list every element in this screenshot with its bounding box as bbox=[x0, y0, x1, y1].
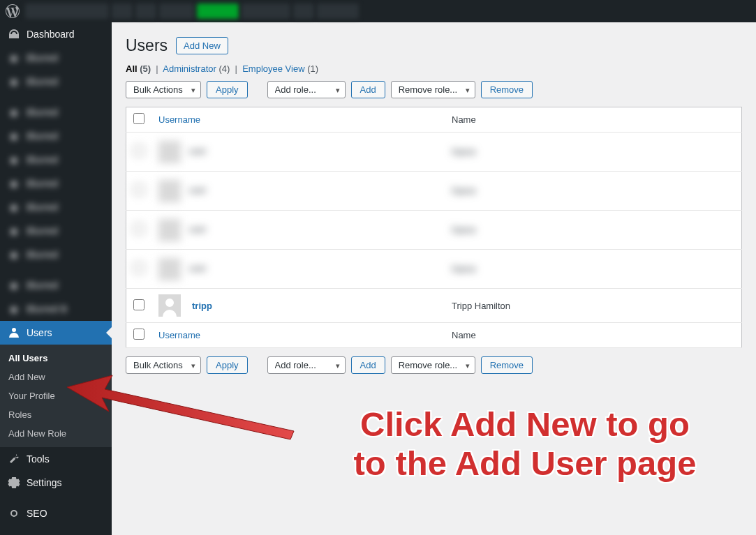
avatar bbox=[158, 294, 181, 317]
main-content: Users Add New All (5) | Administrator (4… bbox=[112, 22, 756, 535]
sidebar-item-blurred[interactable]: ◼Blurred bbox=[0, 70, 112, 93]
sidebar-item-blurred[interactable]: ◼Blurred bbox=[0, 172, 112, 195]
bulk-actions-select-bottom[interactable]: Bulk Actions bbox=[126, 356, 201, 374]
admin-bar bbox=[0, 0, 756, 22]
sidebar-item-blurred[interactable]: ◼Blurred bbox=[0, 46, 112, 70]
sidebar-item-blurred[interactable]: ◼Blurred bbox=[0, 273, 112, 297]
settings-icon bbox=[7, 476, 21, 490]
filter-administrator[interactable]: Administrator (4) bbox=[163, 63, 230, 74]
select-all-checkbox[interactable] bbox=[133, 113, 144, 124]
sidebar-item-settings[interactable]: Settings bbox=[0, 471, 112, 495]
wordpress-logo-icon[interactable] bbox=[6, 4, 20, 18]
role-filter-links: All (5) | Administrator (4) | Employee V… bbox=[126, 63, 742, 74]
seo-icon bbox=[7, 506, 21, 520]
row-checkbox[interactable] bbox=[133, 299, 144, 310]
select-all-checkbox-footer[interactable] bbox=[133, 329, 144, 340]
username-link[interactable]: tripp bbox=[192, 301, 212, 311]
add-role-button[interactable]: Add bbox=[351, 81, 385, 98]
tablenav-top: Bulk Actions Apply Add role... Add Remov… bbox=[126, 81, 742, 98]
sidebar-item-label: Users bbox=[27, 327, 52, 338]
dashboard-icon bbox=[7, 27, 21, 41]
remove-role-select[interactable]: Remove role... bbox=[391, 81, 475, 98]
sidebar-item-blurred[interactable]: ◼Blurred bbox=[0, 195, 112, 219]
name-cell: Tripp Hamilton bbox=[445, 289, 742, 323]
sidebar-item-label: Dashboard bbox=[27, 29, 75, 40]
add-role-select-bottom[interactable]: Add role... bbox=[267, 356, 346, 374]
sidebar-item-users[interactable]: Users bbox=[0, 321, 112, 345]
table-row-blurred: userName bbox=[126, 250, 742, 289]
admin-bar-items-blurred bbox=[25, 3, 359, 19]
remove-role-button[interactable]: Remove bbox=[481, 81, 533, 98]
name-column-header: Name bbox=[445, 107, 742, 133]
submenu-add-new[interactable]: Add New bbox=[0, 368, 112, 386]
apply-button[interactable]: Apply bbox=[207, 81, 248, 98]
sidebar-item-blurred[interactable]: ◼Blurred bbox=[0, 219, 112, 243]
bulk-actions-select[interactable]: Bulk Actions bbox=[126, 81, 201, 98]
username-column-footer[interactable]: Username bbox=[158, 330, 200, 340]
add-new-button[interactable]: Add New bbox=[176, 37, 228, 54]
sidebar-item-blurred[interactable]: ◼Blurred bbox=[0, 148, 112, 172]
username-column-header[interactable]: Username bbox=[158, 114, 200, 125]
sidebar-item-seo[interactable]: SEO bbox=[0, 502, 112, 525]
sidebar-item-tools[interactable]: Tools bbox=[0, 447, 112, 471]
add-role-select[interactable]: Add role... bbox=[267, 81, 346, 98]
remove-role-select-bottom[interactable]: Remove role... bbox=[391, 356, 475, 374]
filter-employee-view[interactable]: Employee View (1) bbox=[242, 63, 318, 74]
tablenav-bottom: Bulk Actions Apply Add role... Add Remov… bbox=[126, 356, 742, 374]
name-column-footer: Name bbox=[445, 323, 742, 348]
page-title: Users bbox=[126, 36, 168, 55]
sidebar-item-blurred[interactable]: ◼Blurred bbox=[0, 243, 112, 266]
sidebar-item-label: Tools bbox=[27, 453, 50, 465]
apply-button-bottom[interactable]: Apply bbox=[207, 356, 248, 374]
submenu-all-users[interactable]: All Users bbox=[0, 349, 112, 368]
add-role-button-bottom[interactable]: Add bbox=[351, 356, 385, 374]
svg-point-2 bbox=[165, 299, 174, 307]
sidebar-item-blurred[interactable]: ◼Blurred B bbox=[0, 297, 112, 321]
svg-point-0 bbox=[11, 511, 17, 516]
filter-all[interactable]: All (5) bbox=[126, 63, 151, 74]
sidebar-item-blurred[interactable]: ◼Blurred bbox=[0, 100, 112, 124]
table-row: tripp Tripp Hamilton bbox=[126, 289, 742, 323]
table-row-blurred: userName bbox=[126, 133, 742, 172]
remove-role-button-bottom[interactable]: Remove bbox=[481, 356, 533, 374]
submenu-roles[interactable]: Roles bbox=[0, 405, 112, 424]
tools-icon bbox=[7, 452, 21, 466]
submenu-add-new-role[interactable]: Add New Role bbox=[0, 424, 112, 443]
sidebar-item-dashboard[interactable]: Dashboard bbox=[0, 22, 112, 46]
table-row-blurred: userName bbox=[126, 172, 742, 211]
select-all-header bbox=[126, 107, 152, 133]
admin-sidebar: Dashboard ◼Blurred ◼Blurred ◼Blurred ◼Bl… bbox=[0, 22, 112, 535]
submenu-your-profile[interactable]: Your Profile bbox=[0, 386, 112, 405]
sidebar-item-label: SEO bbox=[27, 508, 47, 519]
sidebar-item-label: Settings bbox=[27, 477, 62, 488]
users-table: Username Name userName userName userName… bbox=[126, 107, 742, 348]
sidebar-item-blurred[interactable]: ◼Blurred bbox=[0, 124, 112, 148]
table-row-blurred: userName bbox=[126, 211, 742, 250]
users-submenu: All Users Add New Your Profile Roles Add… bbox=[0, 345, 112, 447]
users-icon bbox=[7, 326, 21, 340]
